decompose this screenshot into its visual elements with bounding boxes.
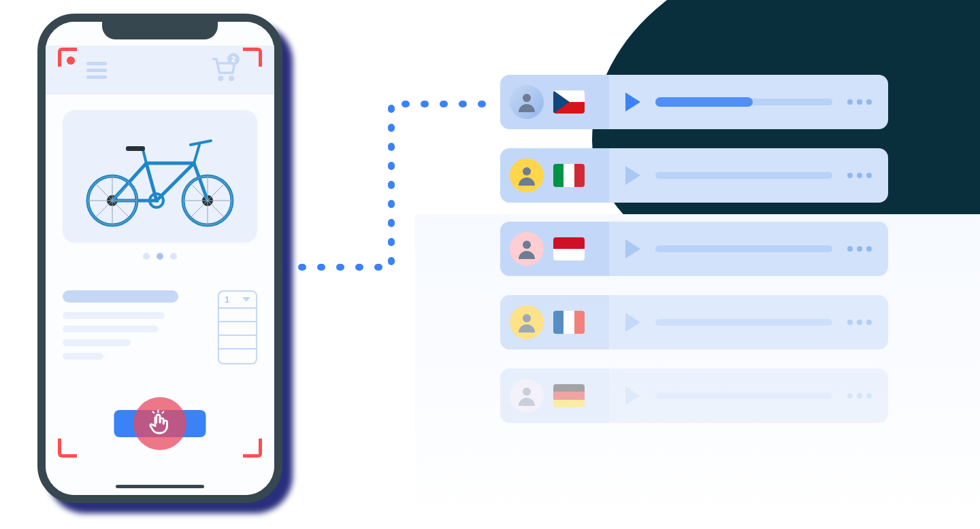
- audio-track[interactable]: [655, 319, 832, 326]
- audio-row-left: [500, 148, 609, 203]
- quantity-option[interactable]: [219, 349, 256, 363]
- menu-icon[interactable]: [86, 62, 107, 79]
- description-title-placeholder: [63, 290, 178, 303]
- more-icon[interactable]: [847, 173, 872, 178]
- quantity-value: 1: [225, 294, 229, 305]
- phone-screen: 2: [46, 22, 274, 495]
- svg-point-1: [230, 77, 233, 80]
- app-header: 2: [46, 46, 274, 95]
- record-frame-corner: [58, 439, 77, 458]
- user-avatar: [510, 379, 544, 413]
- audio-progress: [655, 97, 753, 107]
- description-line: [63, 326, 158, 332]
- flag-id-icon: [553, 237, 585, 260]
- record-frame-corner: [243, 48, 262, 67]
- more-icon[interactable]: [847, 393, 872, 398]
- audio-track[interactable]: [655, 172, 832, 179]
- svg-point-0: [219, 77, 223, 80]
- audio-player: [609, 386, 888, 405]
- user-avatar: [510, 85, 544, 119]
- flag-cz-icon: [553, 90, 585, 114]
- more-icon[interactable]: [847, 320, 872, 325]
- phone-notch: [102, 20, 218, 39]
- bicycle-image: [78, 126, 242, 228]
- audio-track[interactable]: [655, 99, 832, 105]
- audio-row-left: [500, 222, 609, 276]
- quantity-option[interactable]: [219, 336, 256, 349]
- record-frame-corner: [243, 439, 262, 458]
- flag-de-icon: [553, 384, 585, 407]
- svg-point-20: [523, 241, 531, 249]
- audio-rows-list: [500, 75, 888, 442]
- play-icon[interactable]: [625, 239, 640, 258]
- more-icon[interactable]: [847, 246, 872, 252]
- pager-dot[interactable]: [170, 253, 177, 260]
- user-avatar: [510, 232, 544, 266]
- audio-player: [609, 92, 888, 112]
- flag-fr-icon: [553, 311, 585, 334]
- svg-point-19: [523, 167, 531, 175]
- quantity-selector[interactable]: 1: [218, 290, 257, 364]
- play-icon[interactable]: [625, 313, 640, 332]
- audio-player: [609, 239, 888, 258]
- carousel-pagination[interactable]: [143, 253, 177, 260]
- tap-indicator: [133, 397, 186, 450]
- audio-player: [609, 166, 888, 185]
- play-icon[interactable]: [625, 386, 640, 405]
- record-dot-icon: [67, 56, 75, 65]
- quantity-top-row[interactable]: 1: [219, 292, 256, 309]
- audio-track[interactable]: [655, 245, 832, 252]
- chevron-down-icon: [242, 297, 250, 302]
- description-line: [63, 353, 103, 360]
- quantity-option[interactable]: [219, 309, 256, 322]
- cart-badge: 2: [227, 53, 240, 65]
- description-line: [63, 339, 131, 346]
- audio-row[interactable]: [500, 295, 888, 349]
- product-description: [63, 290, 189, 366]
- audio-row[interactable]: [500, 222, 888, 276]
- audio-row-left: [500, 295, 609, 349]
- product-image-card[interactable]: [63, 110, 257, 243]
- flag-it-icon: [553, 164, 585, 187]
- audio-row-left: [500, 369, 609, 423]
- play-icon[interactable]: [625, 166, 640, 185]
- home-indicator: [116, 485, 204, 488]
- audio-player: [609, 313, 888, 332]
- pager-dot-active[interactable]: [157, 253, 163, 260]
- user-avatar: [510, 305, 544, 339]
- audio-row[interactable]: [500, 369, 888, 423]
- user-avatar: [510, 158, 544, 192]
- svg-point-22: [523, 388, 531, 396]
- more-icon[interactable]: [847, 99, 872, 105]
- svg-point-21: [523, 314, 531, 322]
- audio-row-left: [500, 75, 609, 129]
- quantity-option[interactable]: [219, 322, 256, 336]
- audio-row[interactable]: [500, 75, 888, 129]
- phone-frame: 2: [37, 14, 282, 503]
- audio-track[interactable]: [655, 392, 832, 399]
- play-icon[interactable]: [625, 92, 640, 112]
- description-line: [63, 312, 165, 319]
- cart-button[interactable]: 2: [211, 56, 237, 84]
- svg-point-18: [523, 94, 531, 102]
- svg-rect-7: [126, 146, 145, 151]
- pager-dot[interactable]: [143, 253, 150, 260]
- audio-row[interactable]: [500, 148, 888, 203]
